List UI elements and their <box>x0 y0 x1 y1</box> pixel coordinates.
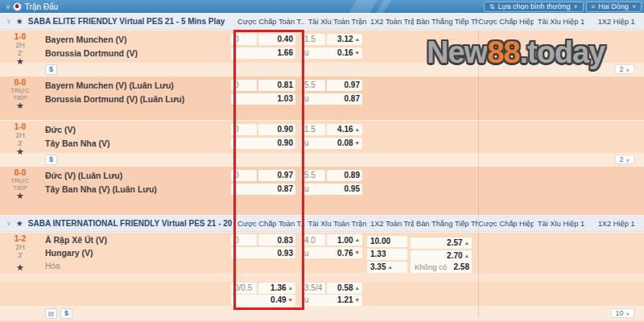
live-badge: TRỰC <box>10 177 29 184</box>
odds-down-icon: ▼ <box>288 298 293 303</box>
ou-over-odds-cell[interactable]: 1.00▲ <box>327 234 362 246</box>
score-text: 0-0 <box>14 78 26 87</box>
hdp-home-odds-cell[interactable]: 1.36▲ <box>258 283 295 294</box>
ou-line-cell[interactable]: 4.0 <box>301 234 325 246</box>
col-header-1x2-h1: 1X2 Hiệp 1 <box>588 220 644 228</box>
chevron-down-icon[interactable]: ∨ <box>6 3 10 10</box>
receipt-icon-button[interactable]: ▤ <box>45 308 57 319</box>
favorite-star-icon[interactable]: ★ <box>16 219 23 228</box>
more-odds-select[interactable]: 2∨ <box>615 155 634 164</box>
score-text: 1-2 <box>14 234 26 243</box>
col-header-hdp-ft: Cược Chấp Toàn T... <box>235 220 304 228</box>
sort-icon: ⇅ <box>489 3 495 10</box>
1x2-draw-odds-cell[interactable]: 3.35▲ <box>367 262 407 273</box>
score-text: 1-0 <box>14 122 26 131</box>
odds-down-icon: ▼ <box>355 250 360 255</box>
hdp-home-odds-cell[interactable]: 0.81 <box>258 80 295 91</box>
lines-icon: ≡ <box>592 3 596 10</box>
chevron-down-icon: ∨ <box>626 311 630 316</box>
more-odds-select[interactable]: 2∨ <box>615 64 634 74</box>
col-header-hdp-h1: Cược Chấp Hiệp 1 <box>478 220 534 228</box>
watermark: New88.today <box>427 32 605 72</box>
hdp-away-odds-cell[interactable]: 0.49▼ <box>231 295 295 306</box>
ou-under-odds-cell[interactable]: u0.08▼ <box>301 138 362 149</box>
bet-tools-row: $ 2∨ <box>0 153 644 166</box>
ou-over-odds-cell[interactable]: 0.58▲ <box>327 283 362 294</box>
live-badge: TRỰC <box>10 87 29 94</box>
ou-line-cell[interactable]: 3.5/4 <box>301 283 325 294</box>
col-header-1x2-h1: 1X2 Hiệp 1 <box>588 18 644 26</box>
ou-under-odds-cell[interactable]: u0.87 <box>301 93 362 105</box>
ou-line-cell[interactable]: 5.5 <box>301 170 325 181</box>
hdp-away-odds-cell[interactable]: 0.90 <box>231 138 295 149</box>
hdp-line-cell[interactable]: 0/0.5 <box>231 283 257 294</box>
hdp-home-odds-cell[interactable]: 0.83 <box>258 234 295 246</box>
hdp-home-odds-cell[interactable]: 0.90 <box>258 124 295 135</box>
favorite-star-icon[interactable]: ★ <box>16 263 24 273</box>
collapse-chevron-icon[interactable]: ∨ <box>6 18 11 25</box>
ou-under-odds-cell[interactable]: u1.21▼ <box>301 295 362 306</box>
odds-up-icon: ▲ <box>355 286 360 291</box>
col-header-hdp-h1: Cược Chấp Hiệp 1 <box>478 18 534 26</box>
next-goal-none-odds-cell[interactable]: Không có2.58 <box>411 262 472 273</box>
hdp-away-odds-cell[interactable]: 0.93 <box>231 247 295 258</box>
chevron-down-icon: ∨ <box>632 3 636 10</box>
hdp-away-odds-cell[interactable]: 1.66 <box>231 47 295 59</box>
match-block: 1-0 2H 3' ★ Đức (V) 0 0.90 1.5 4.16▲ Tây… <box>0 120 644 166</box>
odds-up-icon: ▲ <box>355 237 360 242</box>
ou-over-odds-cell[interactable]: 3.12▲ <box>327 34 362 45</box>
ou-over-odds-cell[interactable]: 0.89 <box>327 170 362 181</box>
odds-up-icon: ▲ <box>387 265 392 270</box>
normal-selection-label: Lựa chọn bình thường <box>498 2 571 10</box>
odds-down-icon: ▼ <box>355 141 360 146</box>
dollar-icon-button[interactable]: $ <box>45 64 57 75</box>
hdp-line-cell[interactable]: 0 <box>231 124 257 135</box>
hdp-home-odds-cell[interactable]: 0.40 <box>258 34 295 45</box>
collapse-chevron-icon[interactable]: ∨ <box>6 220 11 227</box>
home-row: Bayern Munchen (V) (Luân Lưu) 0 0.81 5.5… <box>40 78 644 92</box>
period-text: 2H <box>15 243 25 251</box>
normal-selection-dropdown[interactable]: ⇅ Lựa chọn bình thường ∨ <box>484 2 584 12</box>
dollar-icon-button[interactable]: $ <box>45 155 57 165</box>
home-team-name: Đức (V) (Luân Lưu) <box>40 171 230 180</box>
hdp-line-cell[interactable]: 0 <box>231 80 257 91</box>
hdp-line-cell[interactable]: 0 <box>231 170 257 181</box>
col-header-ou-ft: Tài Xỉu Toàn Trận <box>304 220 370 228</box>
favorite-star-icon[interactable]: ★ <box>16 147 24 157</box>
match-block: 0-0 TRỰC TIẾP ★ Bayern Munchen (V) (Luân… <box>0 76 644 120</box>
odds-up-icon: ▲ <box>464 254 469 258</box>
col-header-1x2-ft: 1X2 Toàn Trận <box>370 220 414 228</box>
away-team-name: Borussia Dortmund (V) (Luân Lưu) <box>40 94 230 104</box>
more-odds-select[interactable]: 10∨ <box>611 308 634 318</box>
league-title: SABA ELITE FRIENDLY Virtual PES 21 - 5 M… <box>28 17 225 26</box>
match-block: 1-2 2H 3' ★ Ả Rập Xê Út (V) 0 0.83 4.0 1… <box>0 232 644 322</box>
hdp-away-odds-cell[interactable]: 1.03 <box>231 93 295 105</box>
away-team-name: Tây Ban Nha (V) (Luân Lưu) <box>40 184 230 194</box>
favorite-star-icon[interactable]: ★ <box>16 101 24 111</box>
ou-over-odds-cell[interactable]: 4.16▲ <box>327 124 362 135</box>
hdp-home-odds-cell[interactable]: 0.97 <box>258 170 295 181</box>
score-text: 1-0 <box>14 32 26 41</box>
away-team-name: Borussia Dortmund (V) <box>40 48 230 58</box>
ou-under-odds-cell[interactable]: u0.16▼ <box>301 47 362 59</box>
favorite-star-icon[interactable]: ★ <box>16 57 24 67</box>
line-separator <box>0 273 644 282</box>
ou-under-odds-cell[interactable]: u0.76▼ <box>301 247 362 258</box>
col-header-hdp-ft: Cược Chấp Toàn T... <box>235 18 304 26</box>
favorite-star-icon[interactable]: ★ <box>16 17 23 26</box>
hdp-line-cell[interactable]: 0 <box>231 34 257 45</box>
ball-icon <box>14 3 21 10</box>
hdp-line-cell[interactable]: 0 <box>231 234 257 246</box>
ou-line-cell[interactable]: 1.5 <box>301 34 325 45</box>
dollar-icon-button[interactable]: $ <box>60 308 72 319</box>
col-header-ou-h1: Tài Xỉu Hiệp 1 <box>534 18 589 26</box>
hdp-away-odds-cell[interactable]: 0.87 <box>231 184 295 195</box>
display-lines-dropdown[interactable]: ≡ Hai Dòng ∨ <box>586 2 642 12</box>
ou-line-cell[interactable]: 1.5 <box>301 124 325 135</box>
ou-line-cell[interactable]: 5.5 <box>301 80 325 91</box>
favorite-star-icon[interactable]: ★ <box>16 192 24 201</box>
display-lines-label: Hai Dòng <box>598 2 629 10</box>
ou-under-odds-cell[interactable]: u0.95 <box>301 184 362 195</box>
ou-over-odds-cell[interactable]: 0.97 <box>327 80 362 91</box>
decorative-stripe <box>376 0 390 13</box>
